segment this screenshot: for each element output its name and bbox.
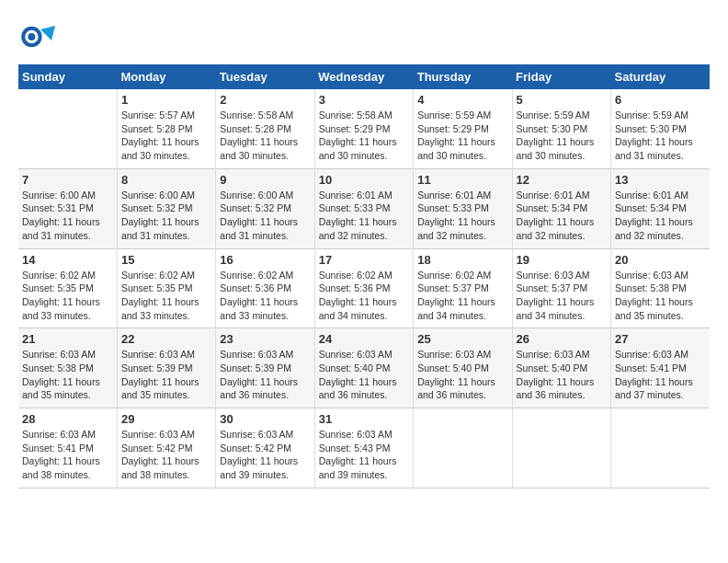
calendar-cell: 29Sunrise: 6:03 AMSunset: 5:42 PMDayligh… — [117, 408, 215, 488]
header-tuesday: Tuesday — [216, 64, 314, 89]
logo-icon — [18, 18, 55, 55]
day-number: 7 — [22, 173, 113, 187]
day-number: 19 — [517, 253, 607, 267]
day-number: 5 — [517, 93, 607, 107]
calendar-cell: 23Sunrise: 6:03 AMSunset: 5:39 PMDayligh… — [216, 328, 314, 408]
calendar-cell: 10Sunrise: 6:01 AMSunset: 5:33 PMDayligh… — [314, 168, 413, 248]
day-number: 21 — [22, 332, 113, 346]
day-number: 26 — [517, 332, 607, 346]
calendar-cell: 5Sunrise: 5:59 AMSunset: 5:30 PMDaylight… — [512, 89, 610, 168]
calendar-cell: 31Sunrise: 6:03 AMSunset: 5:43 PMDayligh… — [314, 408, 413, 488]
day-number: 22 — [121, 332, 211, 346]
calendar-cell: 18Sunrise: 6:02 AMSunset: 5:37 PMDayligh… — [414, 248, 512, 328]
svg-point-2 — [28, 33, 35, 40]
day-info: Sunrise: 6:03 AMSunset: 5:39 PMDaylight:… — [121, 348, 211, 402]
day-info: Sunrise: 6:00 AMSunset: 5:32 PMDaylight:… — [121, 189, 211, 243]
day-number: 31 — [319, 412, 409, 426]
day-info: Sunrise: 5:59 AMSunset: 5:30 PMDaylight:… — [615, 109, 706, 163]
svg-marker-3 — [40, 26, 55, 40]
day-info: Sunrise: 6:03 AMSunset: 5:39 PMDaylight:… — [220, 348, 310, 402]
calendar-cell: 26Sunrise: 6:03 AMSunset: 5:40 PMDayligh… — [512, 328, 610, 408]
calendar-cell: 2Sunrise: 5:58 AMSunset: 5:28 PMDaylight… — [216, 89, 314, 168]
day-info: Sunrise: 6:00 AMSunset: 5:32 PMDaylight:… — [220, 189, 310, 243]
day-info: Sunrise: 6:02 AMSunset: 5:36 PMDaylight:… — [319, 269, 409, 323]
day-info: Sunrise: 6:03 AMSunset: 5:43 PMDaylight:… — [319, 428, 409, 482]
day-number: 6 — [615, 93, 706, 107]
calendar-cell: 6Sunrise: 5:59 AMSunset: 5:30 PMDaylight… — [611, 89, 710, 168]
day-info: Sunrise: 6:03 AMSunset: 5:38 PMDaylight:… — [22, 348, 113, 402]
calendar-week-3: 14Sunrise: 6:02 AMSunset: 5:35 PMDayligh… — [18, 248, 710, 328]
day-number: 10 — [319, 173, 409, 187]
day-number: 16 — [220, 253, 310, 267]
day-number: 12 — [517, 173, 607, 187]
calendar-header-row: SundayMondayTuesdayWednesdayThursdayFrid… — [18, 64, 710, 89]
day-info: Sunrise: 6:02 AMSunset: 5:35 PMDaylight:… — [121, 269, 211, 323]
day-number: 24 — [319, 332, 409, 346]
day-number: 30 — [220, 412, 310, 426]
calendar-cell: 8Sunrise: 6:00 AMSunset: 5:32 PMDaylight… — [117, 168, 215, 248]
day-number: 11 — [417, 173, 507, 187]
day-number: 17 — [319, 253, 409, 267]
day-info: Sunrise: 6:01 AMSunset: 5:34 PMDaylight:… — [517, 189, 607, 243]
calendar-cell — [18, 89, 117, 168]
calendar-week-5: 28Sunrise: 6:03 AMSunset: 5:41 PMDayligh… — [18, 408, 710, 488]
calendar-cell: 24Sunrise: 6:03 AMSunset: 5:40 PMDayligh… — [314, 328, 413, 408]
day-info: Sunrise: 6:02 AMSunset: 5:36 PMDaylight:… — [220, 269, 310, 323]
day-info: Sunrise: 6:03 AMSunset: 5:38 PMDaylight:… — [615, 269, 706, 323]
day-info: Sunrise: 5:59 AMSunset: 5:29 PMDaylight:… — [417, 109, 507, 163]
day-info: Sunrise: 5:59 AMSunset: 5:30 PMDaylight:… — [517, 109, 607, 163]
day-info: Sunrise: 6:03 AMSunset: 5:40 PMDaylight:… — [517, 348, 607, 402]
page-header — [18, 18, 710, 55]
day-info: Sunrise: 5:58 AMSunset: 5:29 PMDaylight:… — [319, 109, 409, 163]
day-info: Sunrise: 6:03 AMSunset: 5:40 PMDaylight:… — [417, 348, 507, 402]
calendar-cell — [414, 408, 512, 488]
header-wednesday: Wednesday — [314, 64, 413, 89]
day-number: 20 — [615, 253, 706, 267]
day-info: Sunrise: 6:03 AMSunset: 5:41 PMDaylight:… — [22, 428, 113, 482]
day-number: 25 — [417, 332, 507, 346]
day-number: 27 — [615, 332, 706, 346]
calendar-cell: 3Sunrise: 5:58 AMSunset: 5:29 PMDaylight… — [314, 89, 413, 168]
day-number: 9 — [220, 173, 310, 187]
calendar-cell: 21Sunrise: 6:03 AMSunset: 5:38 PMDayligh… — [18, 328, 117, 408]
calendar-cell: 16Sunrise: 6:02 AMSunset: 5:36 PMDayligh… — [216, 248, 314, 328]
calendar-cell: 20Sunrise: 6:03 AMSunset: 5:38 PMDayligh… — [611, 248, 710, 328]
calendar-cell: 13Sunrise: 6:01 AMSunset: 5:34 PMDayligh… — [611, 168, 710, 248]
day-number: 29 — [121, 412, 211, 426]
day-info: Sunrise: 6:01 AMSunset: 5:33 PMDaylight:… — [319, 189, 409, 243]
day-number: 28 — [22, 412, 113, 426]
calendar-cell: 27Sunrise: 6:03 AMSunset: 5:41 PMDayligh… — [611, 328, 710, 408]
day-info: Sunrise: 6:02 AMSunset: 5:35 PMDaylight:… — [22, 269, 113, 323]
day-info: Sunrise: 6:03 AMSunset: 5:40 PMDaylight:… — [319, 348, 409, 402]
day-info: Sunrise: 6:03 AMSunset: 5:37 PMDaylight:… — [517, 269, 607, 323]
day-info: Sunrise: 5:58 AMSunset: 5:28 PMDaylight:… — [220, 109, 310, 163]
calendar-week-2: 7Sunrise: 6:00 AMSunset: 5:31 PMDaylight… — [18, 168, 710, 248]
day-number: 18 — [417, 253, 507, 267]
day-number: 23 — [220, 332, 310, 346]
calendar-cell — [611, 408, 710, 488]
calendar-cell: 9Sunrise: 6:00 AMSunset: 5:32 PMDaylight… — [216, 168, 314, 248]
day-number: 13 — [615, 173, 706, 187]
header-thursday: Thursday — [414, 64, 512, 89]
calendar-week-4: 21Sunrise: 6:03 AMSunset: 5:38 PMDayligh… — [18, 328, 710, 408]
day-number: 4 — [417, 93, 507, 107]
calendar-cell: 19Sunrise: 6:03 AMSunset: 5:37 PMDayligh… — [512, 248, 610, 328]
day-number: 15 — [121, 253, 211, 267]
day-info: Sunrise: 6:01 AMSunset: 5:33 PMDaylight:… — [417, 189, 507, 243]
day-number: 1 — [121, 93, 211, 107]
calendar-table: SundayMondayTuesdayWednesdayThursdayFrid… — [18, 64, 710, 488]
day-info: Sunrise: 5:57 AMSunset: 5:28 PMDaylight:… — [121, 109, 211, 163]
day-info: Sunrise: 6:03 AMSunset: 5:42 PMDaylight:… — [220, 428, 310, 482]
day-info: Sunrise: 6:03 AMSunset: 5:41 PMDaylight:… — [615, 348, 706, 402]
calendar-cell: 12Sunrise: 6:01 AMSunset: 5:34 PMDayligh… — [512, 168, 610, 248]
day-info: Sunrise: 6:02 AMSunset: 5:37 PMDaylight:… — [417, 269, 507, 323]
calendar-cell: 15Sunrise: 6:02 AMSunset: 5:35 PMDayligh… — [117, 248, 215, 328]
calendar-cell: 22Sunrise: 6:03 AMSunset: 5:39 PMDayligh… — [117, 328, 215, 408]
calendar-cell — [512, 408, 610, 488]
calendar-cell: 4Sunrise: 5:59 AMSunset: 5:29 PMDaylight… — [414, 89, 512, 168]
calendar-cell: 30Sunrise: 6:03 AMSunset: 5:42 PMDayligh… — [216, 408, 314, 488]
calendar-cell: 7Sunrise: 6:00 AMSunset: 5:31 PMDaylight… — [18, 168, 117, 248]
calendar-cell: 14Sunrise: 6:02 AMSunset: 5:35 PMDayligh… — [18, 248, 117, 328]
day-info: Sunrise: 6:00 AMSunset: 5:31 PMDaylight:… — [22, 189, 113, 243]
logo — [18, 18, 59, 55]
